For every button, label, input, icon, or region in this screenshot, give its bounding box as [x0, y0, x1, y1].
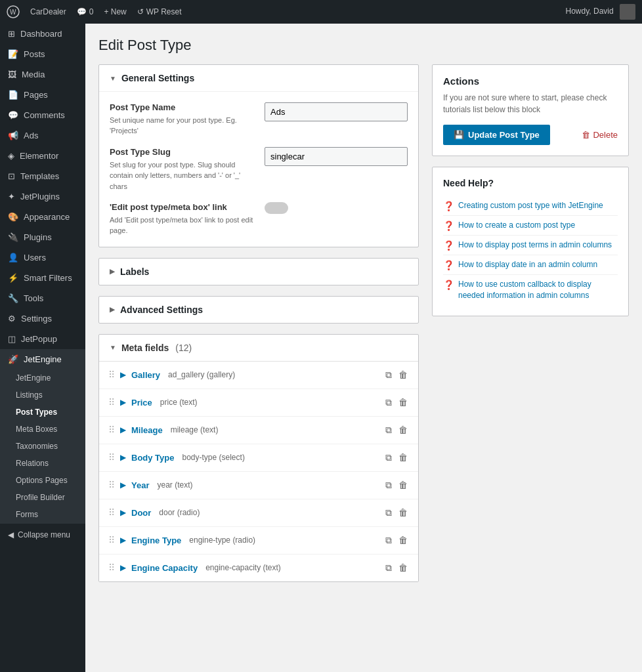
wpreset-icon: ↺: [137, 7, 144, 16]
labels-header[interactable]: ▶ Labels: [99, 259, 418, 285]
sidebar-subitem-taxonomies[interactable]: Taxonomies: [0, 438, 85, 455]
drag-handle-mileage[interactable]: ⠿: [108, 425, 115, 435]
copy-engine-capacity-button[interactable]: ⧉: [384, 561, 393, 575]
sidebar-item-jetengine[interactable]: 🚀 JetEngine: [0, 349, 85, 369]
drag-handle-year[interactable]: ⠿: [108, 480, 115, 490]
sidebar-item-jetpopup[interactable]: ◫ JetPopup: [0, 329, 85, 349]
appearance-icon: 🎨: [8, 212, 18, 222]
sidebar-subitem-options-pages[interactable]: Options Pages: [0, 472, 85, 489]
copy-mileage-button[interactable]: ⧉: [384, 423, 393, 437]
post-type-slug-input[interactable]: [265, 147, 408, 166]
expand-year[interactable]: ▶: [120, 480, 126, 490]
wp-reset-button[interactable]: ↺ WP Reset: [137, 7, 182, 16]
sidebar-subitem-forms[interactable]: Forms: [0, 506, 85, 523]
field-name-engine-type: Engine Type: [131, 536, 181, 545]
sidebar-item-dashboard[interactable]: ⊞ Dashboard: [0, 24, 85, 44]
expand-engine-capacity[interactable]: ▶: [120, 563, 126, 572]
meta-fields-header[interactable]: ▼ Meta fields (12): [99, 335, 418, 362]
sidebar-item-comments[interactable]: 💬 Comments: [0, 105, 85, 125]
sidebar-item-tools[interactable]: 🔧 Tools: [0, 288, 85, 308]
copy-body-type-button[interactable]: ⧉: [384, 451, 393, 465]
sidebar-item-templates[interactable]: ⊡ Templates: [0, 166, 85, 186]
delete-body-type-button[interactable]: 🗑: [397, 451, 409, 465]
field-name-engine-capacity: Engine Capacity: [131, 563, 198, 573]
sidebar-item-settings[interactable]: ⚙ Settings: [0, 308, 85, 329]
drag-handle-engine-type[interactable]: ⠿: [108, 535, 115, 545]
help-link-4[interactable]: ❓ How to use custom callback to display …: [443, 275, 618, 305]
field-slug-engine-type: engine-type (radio): [189, 536, 255, 545]
comments-link[interactable]: 💬 0: [77, 7, 94, 16]
sidebar-item-media[interactable]: 🖼 Media: [0, 64, 85, 85]
post-type-name-input[interactable]: [265, 102, 408, 121]
general-settings-body: Post Type Name Set unique name for your …: [99, 92, 418, 247]
posts-icon: 📝: [8, 49, 18, 59]
update-post-type-button[interactable]: 💾 Update Post Type: [443, 125, 550, 145]
tools-icon: 🔧: [8, 293, 18, 303]
help-link-0[interactable]: ❓ Creating custom post type with JetEngi…: [443, 196, 618, 216]
help-link-text-4: How to use custom callback to display ne…: [458, 279, 618, 301]
delete-engine-capacity-button[interactable]: 🗑: [397, 561, 409, 575]
sidebar-item-plugins[interactable]: 🔌 Plugins: [0, 227, 85, 247]
sidebar-subitem-relations[interactable]: Relations: [0, 455, 85, 472]
field-slug-body-type: body-type (select): [182, 453, 245, 462]
meta-box-link-toggle[interactable]: [265, 202, 288, 214]
meta-field-gallery: ⠿ ▶ Gallery ad_gallery (gallery) ⧉ 🗑: [99, 362, 418, 389]
expand-gallery[interactable]: ▶: [120, 370, 126, 379]
meta-fields-section: ▼ Meta fields (12) ⠿ ▶ Gallery ad_galler…: [98, 334, 419, 582]
sidebar-subitem-post-types[interactable]: Post Types: [0, 404, 85, 421]
copy-price-button[interactable]: ⧉: [384, 396, 393, 410]
drag-handle-price[interactable]: ⠿: [108, 397, 115, 408]
drag-handle-door[interactable]: ⠿: [108, 507, 115, 518]
sidebar-subitem-listings[interactable]: Listings: [0, 387, 85, 404]
delete-engine-type-button[interactable]: 🗑: [397, 534, 409, 547]
general-settings-chevron: ▼: [110, 75, 116, 82]
delete-mileage-button[interactable]: 🗑: [397, 423, 409, 437]
help-icon-2: ❓: [443, 240, 454, 251]
drag-handle-gallery[interactable]: ⠿: [108, 369, 115, 380]
collapse-menu-button[interactable]: ◀ Collapse menu: [0, 523, 85, 546]
sidebar-item-users[interactable]: 👤 Users: [0, 247, 85, 268]
copy-door-button[interactable]: ⧉: [384, 506, 393, 520]
delete-post-type-button[interactable]: 🗑 Delete: [582, 130, 618, 140]
general-settings-header[interactable]: ▼ General Settings: [99, 65, 418, 92]
wordpress-icon: W: [7, 5, 20, 18]
delete-year-button[interactable]: 🗑: [397, 478, 409, 492]
collapse-icon: ◀: [8, 530, 14, 539]
ads-icon: 📢: [8, 131, 18, 140]
drag-handle-body-type[interactable]: ⠿: [108, 452, 115, 463]
site-name[interactable]: CarDealer: [30, 7, 66, 16]
sidebar-item-pages[interactable]: 📄 Pages: [0, 85, 85, 105]
help-link-3[interactable]: ❓ How to display date in an admin column: [443, 255, 618, 275]
copy-year-button[interactable]: ⧉: [384, 478, 393, 492]
delete-door-button[interactable]: 🗑: [397, 506, 409, 520]
expand-price[interactable]: ▶: [120, 398, 126, 407]
delete-gallery-button[interactable]: 🗑: [397, 368, 409, 382]
field-slug-year: year (text): [157, 480, 192, 490]
sidebar-subitem-meta-boxes[interactable]: Meta Boxes: [0, 421, 85, 438]
sidebar-item-smart-filters[interactable]: ⚡ Smart Filters: [0, 268, 85, 288]
expand-mileage[interactable]: ▶: [120, 425, 126, 434]
pages-icon: 📄: [8, 90, 18, 100]
expand-body-type[interactable]: ▶: [120, 453, 126, 462]
expand-engine-type[interactable]: ▶: [120, 536, 126, 545]
sidebar-item-ads[interactable]: 📢 Ads: [0, 125, 85, 146]
copy-gallery-button[interactable]: ⧉: [384, 368, 393, 382]
sidebar-subitem-jetengine[interactable]: JetEngine: [0, 369, 85, 387]
new-button[interactable]: + New: [104, 7, 126, 16]
advanced-settings-header[interactable]: ▶ Advanced Settings: [99, 297, 418, 323]
plugins-icon: 🔌: [8, 232, 18, 242]
help-icon-4: ❓: [443, 280, 454, 290]
field-name-gallery: Gallery: [131, 370, 160, 380]
help-link-1[interactable]: ❓ How to create a custom post type: [443, 216, 618, 236]
help-link-2[interactable]: ❓ How to display post terms in admin col…: [443, 236, 618, 255]
expand-door[interactable]: ▶: [120, 508, 126, 517]
sidebar-item-appearance[interactable]: 🎨 Appearance: [0, 207, 85, 227]
drag-handle-engine-capacity[interactable]: ⠿: [108, 562, 115, 573]
sidebar-subitem-profile-builder[interactable]: Profile Builder: [0, 489, 85, 506]
sidebar-item-jetplugins[interactable]: ✦ JetPlugins: [0, 186, 85, 207]
meta-fields-title: Meta fields: [121, 343, 169, 353]
sidebar-item-posts[interactable]: 📝 Posts: [0, 44, 85, 64]
copy-engine-type-button[interactable]: ⧉: [384, 534, 393, 547]
delete-price-button[interactable]: 🗑: [397, 396, 409, 410]
sidebar-item-elementor[interactable]: ◈ Elementor: [0, 146, 85, 166]
